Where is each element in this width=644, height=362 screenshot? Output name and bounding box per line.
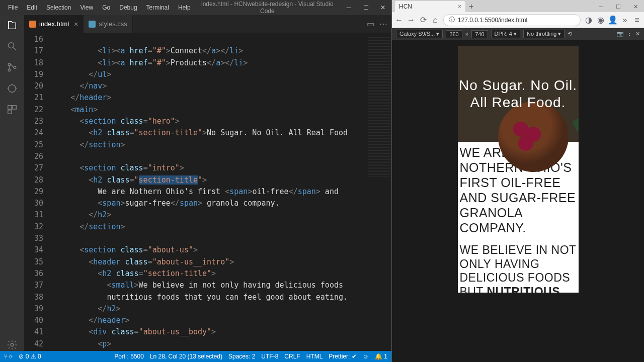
editor-area: index.html× styles.css ▭ ⋯ 16 17 18 19 2… bbox=[24, 15, 391, 351]
menu-file[interactable]: File bbox=[4, 2, 22, 13]
code-content: <li><a href="#">Connect</a></li> <li><a … bbox=[52, 33, 367, 351]
url-input[interactable]: ⓘ127.0.0.1:5500/index.html bbox=[443, 14, 581, 26]
code-editor[interactable]: 16 17 18 19 20 21 22 23 24 25 26 27 28 2… bbox=[24, 33, 391, 351]
explorer-icon[interactable] bbox=[6, 19, 18, 31]
address-bar: ← → ⟳ ⌂ ⓘ127.0.0.1:5500/index.html ◑ ◉ 👤… bbox=[392, 12, 644, 28]
titlebar: File Edit Selection View Go Debug Termin… bbox=[0, 0, 391, 15]
back-icon[interactable]: ← bbox=[395, 16, 403, 24]
menu-debug[interactable]: Debug bbox=[115, 2, 141, 13]
search-icon[interactable] bbox=[6, 40, 18, 52]
more-icon[interactable]: ⋮ bbox=[627, 31, 632, 37]
forward-icon[interactable]: → bbox=[407, 16, 415, 24]
css-file-icon bbox=[89, 21, 96, 28]
menu-edit[interactable]: Edit bbox=[23, 2, 41, 13]
language-mode[interactable]: HTML bbox=[306, 353, 323, 360]
browser-window: HCN× + ─ ☐ ✕ ← → ⟳ ⌂ ⓘ127.0.0.1:5500/ind… bbox=[391, 0, 644, 362]
minimap[interactable] bbox=[367, 33, 391, 351]
indentation[interactable]: Spaces: 2 bbox=[228, 353, 255, 360]
activity-bar bbox=[0, 15, 24, 351]
source-control-icon[interactable] bbox=[6, 61, 18, 73]
height-input[interactable]: 740 bbox=[471, 30, 488, 38]
close-icon[interactable]: × bbox=[74, 20, 78, 28]
home-icon[interactable]: ⌂ bbox=[431, 16, 439, 24]
encoding[interactable]: UTF-8 bbox=[261, 353, 278, 360]
tab-styles-css[interactable]: styles.css bbox=[84, 15, 132, 33]
tab-label: styles.css bbox=[99, 20, 127, 28]
debug-icon[interactable] bbox=[6, 82, 18, 95]
extension-icon[interactable]: ◉ bbox=[597, 16, 605, 24]
svg-point-1 bbox=[8, 63, 11, 66]
rotate-icon[interactable]: ⟲ bbox=[568, 31, 572, 37]
maximize-button[interactable]: ☐ bbox=[357, 0, 374, 15]
throttle-select[interactable]: No throttling ▾ bbox=[523, 30, 565, 38]
eol[interactable]: CRLF bbox=[284, 353, 300, 360]
menu-selection[interactable]: Selection bbox=[42, 2, 75, 13]
dpr-select[interactable]: DPR: 4 ▾ bbox=[491, 30, 521, 38]
close-button[interactable]: ✕ bbox=[374, 0, 391, 15]
split-editor-icon[interactable]: ▭ bbox=[367, 19, 374, 29]
device-viewport: No Sugar. No Oil.All Real Food. We are N… bbox=[392, 40, 644, 362]
feedback-icon[interactable]: ☺ bbox=[363, 353, 369, 360]
browser-window-controls: ─ ☐ ✕ bbox=[593, 1, 644, 12]
menu-go[interactable]: Go bbox=[98, 2, 114, 13]
window-title: index.html - HCNwebsite-redesign - Visua… bbox=[195, 1, 340, 15]
vscode-window: File Edit Selection View Go Debug Termin… bbox=[0, 0, 391, 362]
maximize-button[interactable]: ☐ bbox=[610, 1, 627, 12]
width-input[interactable]: 360 bbox=[446, 30, 462, 38]
device-toolbar: Galaxy S9/S... ▾ 360 × 740 DPR: 4 ▾ No t… bbox=[392, 28, 644, 40]
menu-bar: File Edit Selection View Go Debug Termin… bbox=[0, 2, 195, 13]
svg-point-2 bbox=[8, 69, 11, 71]
cursor-position[interactable]: Ln 28, Col 20 (13 selected) bbox=[150, 353, 222, 360]
screenshot-icon[interactable]: 📷 bbox=[617, 31, 624, 37]
close-devtools-icon[interactable]: ✕ bbox=[635, 31, 640, 37]
editor-actions: ▭ ⋯ bbox=[367, 15, 391, 33]
svg-rect-6 bbox=[13, 106, 16, 109]
info-icon: ⓘ bbox=[449, 16, 455, 24]
new-tab-button[interactable]: + bbox=[465, 1, 477, 12]
errors-warnings[interactable]: ⊘ 0 ⚠ 0 bbox=[19, 353, 41, 360]
close-icon[interactable]: × bbox=[458, 3, 461, 10]
prettier-status[interactable]: Prettier: ✔ bbox=[329, 353, 356, 360]
window-controls: ─ ☐ ✕ bbox=[340, 0, 391, 15]
svg-rect-7 bbox=[8, 110, 12, 114]
url-text: 127.0.0.1:5500/index.html bbox=[458, 17, 527, 24]
svg-point-0 bbox=[9, 43, 14, 48]
tab-label: index.html bbox=[39, 20, 69, 28]
tab-label: HCN bbox=[399, 3, 412, 10]
browser-chrome: HCN× + ─ ☐ ✕ ← → ⟳ ⌂ ⓘ127.0.0.1:5500/ind… bbox=[392, 0, 644, 40]
bowl-image bbox=[498, 102, 569, 172]
minimize-button[interactable]: ─ bbox=[340, 0, 357, 15]
status-bar: ⑂ ⟳ ⊘ 0 ⚠ 0 Port : 5500 Ln 28, Col 20 (1… bbox=[0, 351, 391, 362]
dimension-separator: × bbox=[465, 31, 468, 37]
hero-section: No Sugar. No Oil.All Real Food. bbox=[458, 46, 579, 142]
more-icon[interactable]: ⋯ bbox=[379, 19, 387, 29]
extension-icon[interactable]: ◑ bbox=[585, 16, 593, 24]
profile-icon[interactable]: 👤 bbox=[609, 16, 617, 24]
live-server-port[interactable]: Port : 5500 bbox=[114, 353, 144, 360]
extensions-icon[interactable] bbox=[6, 104, 18, 116]
settings-icon[interactable] bbox=[6, 339, 18, 351]
browser-tab-hcn[interactable]: HCN× bbox=[395, 1, 465, 12]
chevron-icon[interactable]: » bbox=[621, 16, 629, 24]
menu-terminal[interactable]: Terminal bbox=[142, 2, 173, 13]
reload-icon[interactable]: ⟳ bbox=[419, 16, 427, 24]
line-numbers: 16 17 18 19 20 21 22 23 24 25 26 27 28 2… bbox=[24, 33, 52, 351]
device-select[interactable]: Galaxy S9/S... ▾ bbox=[396, 30, 443, 38]
menu-view[interactable]: View bbox=[76, 2, 97, 13]
menu-icon[interactable]: ≡ bbox=[633, 16, 641, 24]
close-button[interactable]: ✕ bbox=[627, 1, 644, 12]
svg-point-3 bbox=[14, 66, 16, 69]
git-branch[interactable]: ⑂ ⟳ bbox=[4, 353, 13, 360]
browser-tabs: HCN× + ─ ☐ ✕ bbox=[392, 0, 644, 12]
page-preview[interactable]: No Sugar. No Oil.All Real Food. We are N… bbox=[458, 46, 579, 293]
about-heading: We believe in not only having delicious … bbox=[460, 243, 577, 293]
tab-index-html[interactable]: index.html× bbox=[24, 15, 84, 33]
svg-point-8 bbox=[11, 343, 14, 346]
svg-rect-5 bbox=[8, 106, 12, 109]
html-file-icon bbox=[29, 21, 36, 28]
tab-bar: index.html× styles.css ▭ ⋯ bbox=[24, 15, 391, 33]
menu-help[interactable]: Help bbox=[174, 2, 195, 13]
minimize-button[interactable]: ─ bbox=[593, 1, 610, 12]
svg-point-4 bbox=[9, 85, 16, 93]
notifications-icon[interactable]: 🔔 1 bbox=[375, 353, 387, 360]
